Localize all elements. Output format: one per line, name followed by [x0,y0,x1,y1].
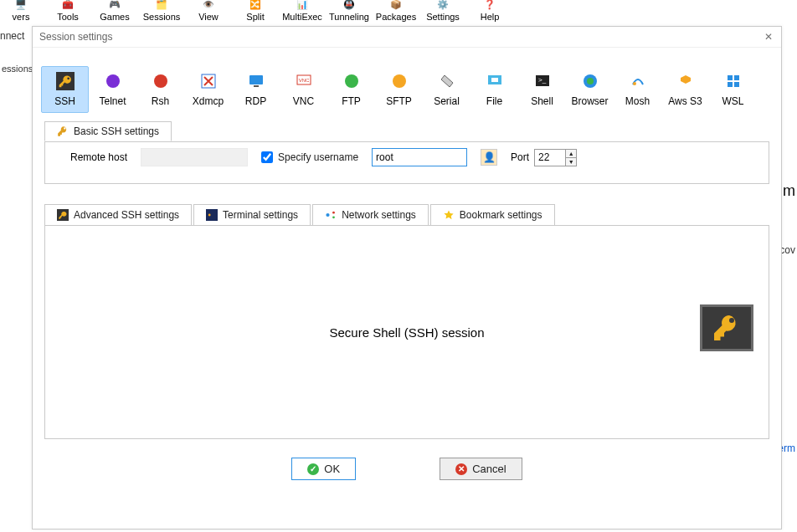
vnc-icon: VNC [292,72,316,90]
subtab-bookmark-settings[interactable]: Bookmark settings [430,204,555,225]
svg-text:VNC: VNC [298,78,309,83]
toolbar-label: Settings [426,12,460,22]
x-icon [197,72,220,90]
subtab-label: Advanced SSH settings [74,209,179,221]
svg-rect-20 [734,82,739,87]
toolbar-split[interactable]: 🔀Split [233,0,278,22]
user-sessions-label-truncated: essions [2,64,33,74]
svg-point-25 [332,212,335,214]
port-step-down-icon[interactable]: ▼ [566,158,576,166]
dialog-title: Session settings [39,31,112,43]
session-type-browser[interactable]: Browser [566,66,614,113]
toolbar-icon: 📊 [293,2,311,10]
session-type-file[interactable]: File [470,66,518,113]
toolbar-icon: 🗂️ [152,2,171,10]
port-label: Port [511,151,529,163]
session-type-label: Xdmcp [193,95,224,107]
session-type-serial[interactable]: Serial [423,66,470,113]
subtab-label: Terminal settings [223,209,298,221]
key-icon [57,209,69,221]
session-description: Secure Shell (SSH) session [329,325,484,340]
quick-connect-truncated: nnect [0,30,24,42]
toolbar-games[interactable]: 🎮Games [92,0,137,22]
user-picker-icon[interactable]: 👤 [481,149,497,166]
svg-point-9 [393,74,406,88]
session-type-xdmcp[interactable]: Xdmcp [184,66,232,113]
session-type-shell[interactable]: >_Shell [518,66,566,113]
port-input[interactable] [535,150,565,166]
svg-point-26 [332,216,335,218]
session-type-ftp[interactable]: FTP [327,66,375,113]
port-step-up-icon[interactable]: ▲ [566,150,576,158]
svg-point-24 [327,213,330,217]
toolbar-tunneling[interactable]: 🚇Tunneling [327,0,372,22]
advanced-ssh-pane: Secure Shell (SSH) session [44,225,769,439]
ok-button[interactable]: ✓ OK [291,458,356,480]
session-type-rsh[interactable]: Rsh [136,66,184,113]
svg-rect-17 [728,75,733,80]
toolbar-icon: ❓ [481,2,499,10]
session-type-label: SSH [54,95,75,107]
toolbar-help[interactable]: ❓Help [467,0,512,22]
toolbar-icon: ⚙️ [434,2,452,10]
session-type-vnc[interactable]: VNCVNC [280,66,327,113]
svg-point-15 [587,78,594,84]
specify-username-checkbox[interactable]: Specify username [261,151,358,163]
toolbar-label: Sessions [143,12,181,22]
session-type-wsl[interactable]: WSL [709,66,757,113]
globe-purple-icon [101,72,125,90]
toolbar-sessions[interactable]: 🗂️Sessions [139,0,184,22]
cancel-button[interactable]: ✕ Cancel [440,458,522,480]
remote-host-input[interactable] [141,148,248,166]
subtab-terminal-settings[interactable]: Terminal settings [193,204,311,225]
basic-ssh-tab-label: Basic SSH settings [74,125,159,137]
toolbar-multiexec[interactable]: 📊MultiExec [280,0,325,22]
session-type-sftp[interactable]: SFTP [375,66,423,113]
svg-rect-5 [254,85,259,87]
key-icon [54,72,77,90]
toolbar-label: Packages [376,12,416,22]
subtab-network-settings[interactable]: Network settings [312,204,429,225]
toolbar-label: Games [100,12,129,22]
port-stepper[interactable]: ▲ ▼ [534,149,577,166]
bg-cov: cov [779,244,795,256]
session-type-label: Telnet [99,95,126,107]
toolbar-label: MultiExec [282,12,322,22]
username-input[interactable] [372,148,467,166]
toolbar-tools[interactable]: 🧰Tools [45,0,90,22]
session-type-aws-s3[interactable]: Aws S3 [661,66,709,113]
session-type-rdp[interactable]: RDP [232,66,280,113]
toolbar-icon: 👁️ [199,2,218,10]
toolbar-label: Tunneling [329,12,369,22]
toolbar-view[interactable]: 👁️View [186,0,231,22]
cancel-label: Cancel [472,463,506,475]
session-type-label: WSL [722,95,743,107]
svg-rect-19 [728,82,733,87]
toolbar-vers[interactable]: 🖥️vers [0,0,44,22]
session-type-ssh[interactable]: SSH [41,66,89,113]
session-type-label: Shell [531,95,553,107]
svg-rect-22 [206,209,218,221]
globe-browser-icon [578,72,602,90]
file-monitor-icon [483,72,506,90]
toolbar-packages[interactable]: 📦Packages [373,0,419,22]
wsl-icon [722,72,745,90]
basic-ssh-tab[interactable]: Basic SSH settings [44,121,172,141]
subtab-label: Bookmark settings [460,209,542,221]
session-type-label: Serial [434,95,460,107]
remote-host-label: Remote host [70,151,127,163]
shell-icon: >_ [531,72,554,90]
specify-username-box[interactable] [261,151,273,163]
session-type-label: Mosh [625,95,650,107]
close-icon[interactable]: ✕ [761,29,776,44]
term-icon [206,209,218,221]
mosh-icon [626,72,650,90]
svg-point-16 [633,82,636,85]
svg-point-1 [106,74,120,88]
toolbar-settings[interactable]: ⚙️Settings [420,0,465,22]
session-type-mosh[interactable]: Mosh [614,66,661,113]
subtab-advanced-ssh-settings[interactable]: Advanced SSH settings [44,204,192,225]
session-type-telnet[interactable]: Telnet [89,66,136,113]
toolbar-icon: 🧰 [59,2,77,10]
toolbar-label: Tools [57,12,79,22]
